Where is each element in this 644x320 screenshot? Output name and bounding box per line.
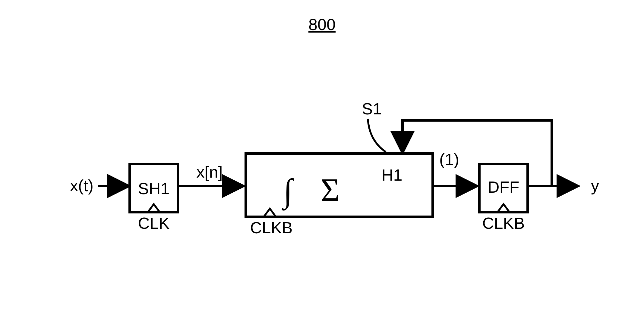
- dff-clock-label: CLKB: [482, 214, 525, 232]
- sample-hold-label: SH1: [138, 179, 169, 197]
- figure-number: 800: [308, 15, 336, 33]
- sigma-delta-block: ∫ Σ H1: [246, 154, 433, 217]
- clock-edge-icon: [497, 204, 510, 212]
- sigma-delta-label: H1: [381, 166, 402, 184]
- clock-edge-icon: [148, 204, 160, 212]
- integral-symbol: ∫: [282, 172, 294, 211]
- output-signal-label: y: [591, 176, 599, 194]
- dff-block: DFF: [479, 164, 528, 212]
- sigma-symbol: Σ: [320, 172, 340, 208]
- clock-edge-icon: [264, 209, 276, 217]
- feedback-tap-node: [551, 185, 552, 187]
- feedback-signal-label: S1: [362, 100, 382, 118]
- dff-label: DFF: [488, 178, 519, 196]
- input-signal-label: x(t): [70, 176, 93, 194]
- feedback-leader-line: [368, 119, 386, 152]
- sample-hold-clock-label: CLK: [138, 214, 169, 232]
- sigma-delta-clock-label: CLKB: [250, 219, 292, 237]
- sampled-signal-label: x[n]: [196, 163, 223, 181]
- sample-hold-block: SH1: [130, 164, 178, 212]
- output-bit-width-label: (1): [439, 150, 459, 168]
